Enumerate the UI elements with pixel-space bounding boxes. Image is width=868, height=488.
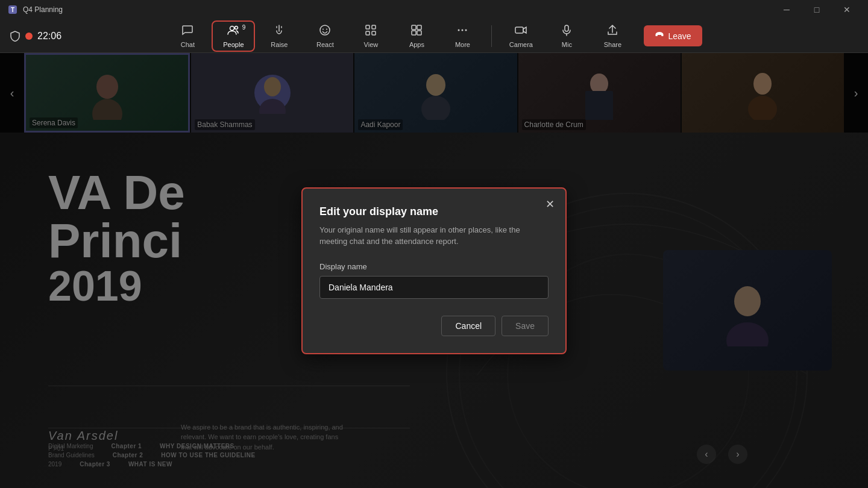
apps-icon	[410, 23, 423, 40]
title-bar: T Q4 Planning ─ □ ✕	[0, 0, 868, 19]
svg-point-15	[458, 30, 460, 31]
mic-icon	[560, 23, 573, 40]
view-label: View	[364, 41, 379, 48]
view-button[interactable]: View	[349, 20, 392, 52]
svg-text:T: T	[11, 7, 14, 13]
raise-icon	[272, 23, 286, 40]
svg-point-2	[230, 27, 234, 31]
leave-button[interactable]: Leave	[644, 25, 702, 46]
people-badge: 9	[242, 24, 246, 31]
raise-label: Raise	[271, 41, 288, 48]
apps-button[interactable]: Apps	[395, 20, 438, 52]
raise-button[interactable]: Raise	[257, 20, 301, 52]
dialog-title: Edit your display name	[319, 205, 549, 218]
save-button[interactable]: Save	[502, 316, 549, 336]
apps-label: Apps	[409, 41, 424, 48]
call-timer: 22:06	[37, 31, 61, 42]
dialog-subtitle: Your original name will still appear in …	[319, 224, 549, 248]
svg-point-6	[326, 29, 327, 30]
svg-rect-7	[366, 25, 370, 29]
react-label: React	[316, 41, 334, 48]
share-label: Share	[604, 41, 621, 48]
mic-label: Mic	[562, 41, 572, 48]
more-icon	[456, 23, 469, 40]
leave-label: Leave	[668, 31, 691, 41]
modal-overlay: ✕ Edit your display name Your original n…	[0, 53, 868, 488]
svg-rect-18	[515, 27, 523, 33]
edit-display-name-dialog: ✕ Edit your display name Your original n…	[301, 187, 567, 354]
camera-button[interactable]: Camera	[499, 20, 542, 52]
share-button[interactable]: Share	[591, 20, 634, 52]
title-bar-left: T Q4 Planning	[7, 4, 63, 15]
svg-point-5	[322, 29, 324, 30]
window-title: Q4 Planning	[23, 5, 63, 14]
camera-icon	[514, 23, 527, 40]
teams-app-icon: T	[7, 4, 18, 15]
svg-point-17	[465, 30, 467, 31]
window-controls: ─ □ ✕	[773, 0, 861, 19]
chat-label: Chat	[181, 41, 195, 48]
display-name-label: Display name	[319, 262, 549, 271]
view-icon	[364, 23, 377, 40]
chat-button[interactable]: Chat	[166, 20, 209, 52]
svg-rect-13	[412, 31, 416, 35]
more-button[interactable]: More	[441, 20, 484, 52]
toolbar: Chat 9 People Raise	[0, 19, 868, 53]
cancel-button[interactable]: Cancel	[441, 316, 495, 336]
dialog-buttons: Cancel Save	[319, 316, 549, 336]
maximize-button[interactable]: □	[803, 0, 831, 19]
people-label: People	[223, 41, 244, 48]
people-icon	[227, 23, 240, 40]
share-icon	[606, 23, 619, 40]
recording-indicator	[25, 33, 33, 40]
dialog-close-button[interactable]: ✕	[541, 196, 558, 213]
svg-rect-11	[412, 25, 416, 30]
svg-point-16	[462, 30, 464, 31]
svg-rect-8	[372, 25, 376, 29]
chat-icon	[181, 23, 194, 40]
minimize-button[interactable]: ─	[773, 0, 800, 19]
svg-rect-9	[366, 31, 370, 35]
svg-rect-10	[372, 31, 376, 35]
svg-point-3	[235, 27, 238, 30]
leave-phone-icon	[655, 30, 664, 42]
status-bar: 22:06	[0, 19, 71, 53]
react-icon	[318, 23, 332, 40]
toolbar-divider	[491, 25, 492, 47]
people-button[interactable]: 9 People	[212, 20, 255, 52]
camera-label: Camera	[509, 41, 533, 48]
display-name-input[interactable]	[319, 276, 549, 299]
mic-button[interactable]: Mic	[545, 20, 588, 52]
svg-rect-12	[417, 25, 421, 30]
shield-icon	[10, 31, 20, 42]
close-button[interactable]: ✕	[833, 0, 861, 19]
more-label: More	[455, 41, 470, 48]
react-button[interactable]: React	[303, 20, 347, 52]
svg-rect-19	[565, 25, 568, 31]
svg-rect-14	[417, 31, 421, 35]
